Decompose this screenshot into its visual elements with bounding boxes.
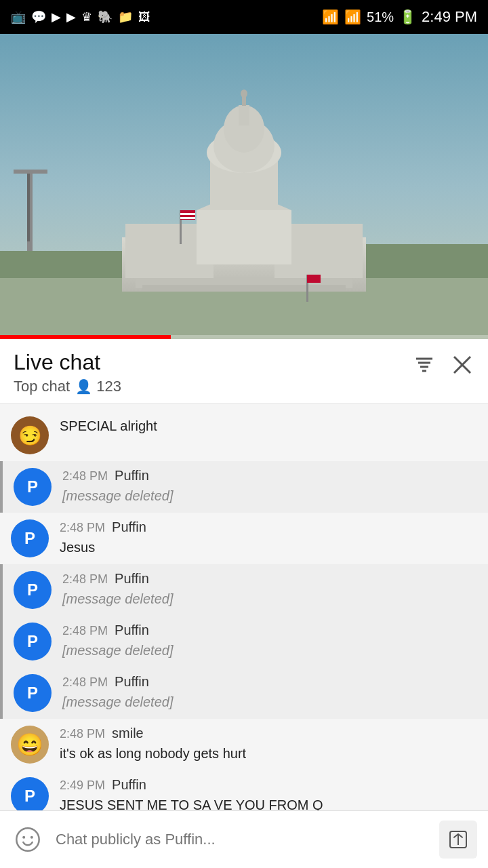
list-item: P 2:48 PM Puffin [message deleted] [0,564,488,616]
svg-point-36 [22,836,25,839]
top-chat-label: Top chat [14,378,70,395]
message-text: SPECIAL alright [60,416,477,435]
filter-button[interactable] [412,353,436,382]
message-meta: 2:48 PM Puffin [62,468,477,484]
avatar: P [11,777,49,815]
emoji-button[interactable] [11,823,45,856]
folder-icon: 📁 [118,9,133,24]
message-content: 2:48 PM Puffin [message deleted] [62,571,477,608]
avatar: P [14,571,52,609]
message-meta: 2:49 PM Puffin [60,777,477,793]
crown-icon: ♛ [81,9,92,24]
message-content: 2:48 PM Puffin Jesus [60,519,477,557]
chat-input[interactable] [56,831,428,848]
message-text: [message deleted] [62,486,477,505]
message-content: SPECIAL alright [60,416,477,435]
svg-point-20 [241,90,247,98]
message-time: 2:48 PM [62,624,108,638]
message-time: 2:48 PM [60,521,105,535]
avatar: 😏 [11,416,49,454]
header-controls [412,350,474,382]
message-text: it's ok as long nobody gets hurt [60,744,477,763]
message-content: 2:48 PM smile it's ok as long nobody get… [60,726,477,763]
signal-icon: 📶 [344,9,361,25]
live-chat-header: Live chat Top chat 👤 123 [0,339,488,404]
image-icon: 🖼 [138,10,150,24]
message-meta: 2:48 PM Puffin [62,674,477,690]
avatar: P [14,468,52,506]
list-item: P 2:48 PM Puffin [message deleted] [0,616,488,667]
message-text: [message deleted] [62,692,477,711]
list-item: P 2:48 PM Puffin Jesus [0,513,488,564]
wifi-icon: 📶 [322,9,339,25]
message-author: Puffin [115,674,149,690]
live-chat-title: Live chat [14,350,121,375]
send-button[interactable] [439,821,477,859]
close-button[interactable] [450,353,474,382]
message-time: 2:48 PM [62,675,108,690]
list-item: P 2:48 PM Puffin [message deleted] [0,667,488,719]
message-author: Puffin [115,571,149,587]
message-text: [message deleted] [62,641,477,660]
avatar: 😄 [11,726,49,764]
status-bar-right: 📶 📶 51% 🔋 2:49 PM [322,8,477,26]
message-meta: 2:48 PM Puffin [62,623,477,638]
video-player[interactable] [0,34,488,339]
mastodon-icon: 🐘 [98,9,113,24]
svg-rect-5 [0,251,136,278]
tv-icon: 📺 [11,9,26,24]
message-meta: 2:48 PM Puffin [62,571,477,587]
youtube-icon: ▶ [52,9,61,24]
list-item: P 2:48 PM Puffin [message deleted] [0,461,488,513]
chat-icon: 💬 [31,9,46,24]
message-time: 2:48 PM [62,572,108,587]
svg-rect-3 [14,170,47,174]
live-chat-subtitle: Top chat 👤 123 [14,378,121,395]
avatar: P [14,623,52,660]
svg-point-37 [30,836,33,839]
status-bar: 📺 💬 ▶ ▶ ♛ 🐘 📁 🖼 📶 📶 51% 🔋 2:49 PM [0,0,488,34]
message-content: 2:49 PM Puffin JESUS SENT ME TO SA VE YO… [60,777,477,814]
svg-point-35 [16,828,39,850]
youtube2-icon: ▶ [66,9,76,24]
svg-rect-24 [180,217,195,219]
message-content: 2:48 PM Puffin [message deleted] [62,674,477,711]
clock: 2:49 PM [422,8,477,26]
message-author: Puffin [112,777,146,793]
message-text: [message deleted] [62,589,477,608]
battery-icon: 🔋 [399,9,416,25]
message-time: 2:48 PM [62,469,108,484]
message-author: smile [112,726,144,741]
svg-rect-18 [239,105,249,125]
message-author: Puffin [115,468,149,484]
message-author: Puffin [112,519,146,535]
video-thumbnail [0,34,488,339]
svg-rect-26 [307,275,321,283]
chat-messages: 😏 SPECIAL alright P 2:48 PM Puffin [mess… [0,404,488,868]
viewers-icon: 👤 [75,378,92,395]
message-time: 2:49 PM [60,778,105,793]
svg-rect-28 [0,335,171,339]
list-item: 😄 2:48 PM smile it's ok as long nobody g… [0,719,488,770]
list-item: 😏 SPECIAL alright [0,410,488,461]
message-meta: 2:48 PM smile [60,726,477,741]
avatar: P [11,519,49,557]
svg-rect-9 [142,285,346,292]
avatar: P [14,674,52,712]
message-meta: 2:48 PM Puffin [60,519,477,535]
status-bar-left: 📺 💬 ▶ ▶ ♛ 🐘 📁 🖼 [11,9,150,24]
svg-rect-12 [197,210,291,264]
message-time: 2:48 PM [60,727,105,741]
chat-input-area [0,810,488,868]
live-chat-title-area: Live chat Top chat 👤 123 [14,350,121,395]
message-content: 2:48 PM Puffin [message deleted] [62,468,477,505]
message-content: 2:48 PM Puffin [message deleted] [62,623,477,660]
viewers-count: 👤 123 [75,378,121,395]
message-author: Puffin [115,623,149,638]
message-text: Jesus [60,538,477,557]
viewers-number: 123 [96,378,121,395]
battery-percent: 51% [367,9,394,25]
svg-rect-23 [180,213,195,215]
svg-rect-4 [27,174,30,241]
